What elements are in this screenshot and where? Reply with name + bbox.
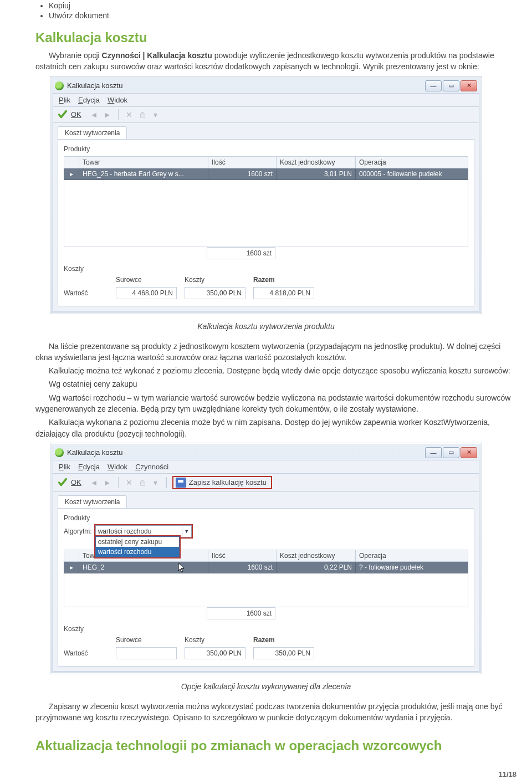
paragraph: Kalkulację można też wykonać z poziomu z… xyxy=(35,365,516,376)
option-ostatniej-ceny[interactable]: ostatniej ceny zakupu xyxy=(96,537,179,547)
tab-koszt-wytworzenia[interactable]: Koszt wytworzenia xyxy=(58,126,127,139)
cell-operacja: 000005 - foliowanie pudełek xyxy=(356,168,468,180)
hdr-koszty: Koszty xyxy=(185,276,245,284)
print-icon: ⎙ xyxy=(137,110,147,120)
val-koszty: 350,00 PLN xyxy=(185,647,245,659)
paragraph: Zapisany w zleceniu koszt wytworzenia mo… xyxy=(35,701,516,724)
col-operacja[interactable]: Operacja xyxy=(356,156,468,168)
group-koszty: Koszty xyxy=(64,265,468,273)
cell-operacja: ? - foliowanie pudełek xyxy=(356,561,468,573)
menu-edycja[interactable]: Edycja xyxy=(78,96,100,104)
save-kalkulacja-button[interactable]: Zapisz kalkulację kosztu xyxy=(172,476,272,489)
option-wartosci-rozchodu[interactable]: wartości rozchodu xyxy=(96,547,179,557)
paragraph: Kalkulacja wykonana z poziomu zlecenia m… xyxy=(35,417,516,439)
col-operacja[interactable]: Operacja xyxy=(356,550,468,561)
val-surowce xyxy=(116,647,177,659)
maximize-button[interactable]: ▭ xyxy=(443,80,459,91)
hdr-surowce: Surowce xyxy=(116,636,177,644)
paragraph: Wybranie opcji Czynności | Kalkulacja ko… xyxy=(35,50,516,73)
nav-prev-icon: ◄ xyxy=(89,110,99,120)
algorytm-select[interactable]: wartości rozchodu ▼ ostatniej ceny zakup… xyxy=(95,525,192,537)
minimize-button[interactable]: — xyxy=(425,80,442,91)
chevron-down-icon[interactable]: ▼ xyxy=(182,526,191,537)
group-koszty: Koszty xyxy=(64,625,468,633)
menu-czynnosci[interactable]: Czynności xyxy=(135,463,168,471)
heading-aktualizacja: Aktualizacja technologii po zmianach w o… xyxy=(35,738,516,754)
row-label-wartosc: Wartość xyxy=(64,649,108,657)
maximize-button[interactable]: ▭ xyxy=(443,447,459,458)
text-bold: Czynności | Kalkulacja kosztu xyxy=(102,51,212,60)
val-razem: 350,00 PLN xyxy=(253,647,314,659)
close-button[interactable]: ✕ xyxy=(461,447,477,458)
figure-caption: Opcje kalkulacji kosztu wykonywanej dla … xyxy=(16,682,516,691)
window-title: Kalkulacja kosztu xyxy=(67,448,425,457)
page-number: 11/18 xyxy=(16,770,516,778)
print-icon: ⎙ xyxy=(137,478,147,488)
paragraph: Wg ostatniej ceny zakupu xyxy=(35,378,516,390)
col-kj[interactable]: Koszt jednostkowy xyxy=(277,156,356,168)
col-ilosc[interactable]: Ilość xyxy=(208,156,277,168)
menu-widok[interactable]: Widok xyxy=(108,463,127,471)
sum-ilosc: 1600 szt xyxy=(207,607,275,619)
sum-ilosc: 1600 szt xyxy=(207,247,275,259)
nav-next-icon: ► xyxy=(103,478,112,488)
cursor-icon xyxy=(177,562,186,573)
tool-icon: ✕ xyxy=(124,110,134,120)
text: Wybranie opcji xyxy=(49,51,102,60)
save-icon xyxy=(176,478,186,488)
list-item: Utwórz dokument xyxy=(49,11,516,20)
group-produkty: Produkty xyxy=(64,145,468,153)
list-item: Kopiuj xyxy=(49,1,516,10)
paragraph: Na liście prezentowane są produkty z jed… xyxy=(35,341,516,363)
row-label-wartosc: Wartość xyxy=(64,289,108,297)
tool-icon: ✕ xyxy=(124,478,134,488)
cell-kj: 3,01 PLN xyxy=(277,168,356,180)
products-table: Towar Ilość Koszt jednostkowy Operacja ▸… xyxy=(64,156,468,180)
ok-icon[interactable] xyxy=(58,478,68,488)
menu-edycja[interactable]: Edycja xyxy=(78,463,100,471)
cell-kj: 0,22 PLN xyxy=(277,561,356,573)
col-towar[interactable]: Towar xyxy=(79,156,208,168)
save-label: Zapisz kalkulację kosztu xyxy=(189,478,267,486)
window-title: Kalkulacja kosztu xyxy=(67,81,425,90)
ok-button[interactable]: OK xyxy=(71,478,81,486)
cell-ilosc: 1600 szt xyxy=(208,561,277,573)
window-kalkulacja-1: Kalkulacja kosztu — ▭ ✕ Plik Edycja Wido… xyxy=(50,76,482,314)
val-koszty: 350,00 PLN xyxy=(185,287,245,299)
val-razem: 4 818,00 PLN xyxy=(253,287,314,299)
app-icon xyxy=(55,448,64,457)
val-surowce: 4 468,00 PLN xyxy=(116,287,177,299)
hdr-koszty: Koszty xyxy=(185,636,245,644)
window-kalkulacja-2: Kalkulacja kosztu — ▭ ✕ Plik Edycja Wido… xyxy=(50,443,482,674)
ok-icon[interactable] xyxy=(58,110,68,120)
cell-ilosc: 1600 szt xyxy=(208,168,277,180)
nav-prev-icon: ◄ xyxy=(89,478,99,488)
tab-koszt-wytworzenia[interactable]: Koszt wytworzenia xyxy=(58,495,127,508)
table-row[interactable]: ▸ HEG_25 - herbata Earl Grey w s... 1600… xyxy=(64,168,468,180)
algorytm-label: Algorytm: xyxy=(64,527,92,535)
col-ilosc[interactable]: Ilość xyxy=(208,550,277,561)
cell-towar: HEG_25 - herbata Earl Grey w s... xyxy=(79,168,208,180)
minimize-button[interactable]: — xyxy=(425,447,442,458)
menu-plik[interactable]: Plik xyxy=(59,96,70,104)
cell-towar: HEG_2 xyxy=(79,561,208,573)
algorytm-value: wartości rozchodu xyxy=(98,527,152,535)
hdr-razem: Razem xyxy=(253,636,314,644)
app-icon xyxy=(55,81,64,90)
dropdown-icon: ▾ xyxy=(151,110,161,120)
col-kj[interactable]: Koszt jednostkowy xyxy=(277,550,356,561)
dropdown-icon: ▾ xyxy=(151,478,161,488)
hdr-surowce: Surowce xyxy=(116,276,177,284)
heading-kalkulacja: Kalkulacja kosztu xyxy=(35,30,516,45)
paragraph: Wg wartości rozchodu – w tym wariancie w… xyxy=(35,392,516,415)
hdr-razem: Razem xyxy=(253,276,314,284)
figure-caption: Kalkulacja kosztu wytworzenia produktu xyxy=(16,322,516,331)
nav-next-icon: ► xyxy=(103,110,112,120)
algorytm-dropdown[interactable]: ostatniej ceny zakupu wartości rozchodu xyxy=(95,536,180,557)
ok-button[interactable]: OK xyxy=(71,110,81,119)
menu-plik[interactable]: Plik xyxy=(59,463,70,471)
table-row[interactable]: ▸ HEG_2 1600 szt 0,22 PLN ? - foliowanie… xyxy=(64,561,468,573)
menu-widok[interactable]: Widok xyxy=(108,96,127,104)
group-produkty: Produkty xyxy=(64,514,468,522)
close-button[interactable]: ✕ xyxy=(461,80,477,91)
